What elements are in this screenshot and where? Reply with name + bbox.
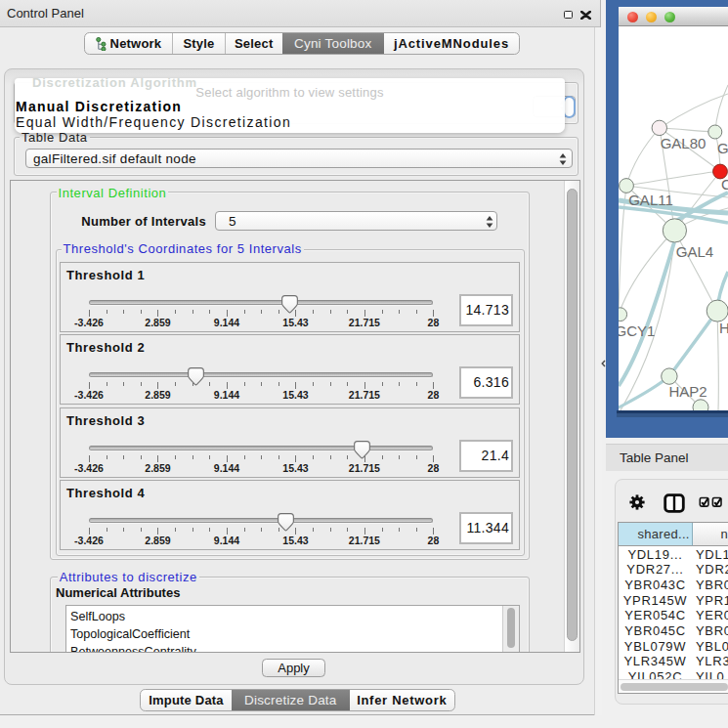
svg-text:H: H bbox=[719, 320, 728, 336]
svg-text:GCY1: GCY1 bbox=[619, 322, 655, 339]
svg-text:GAL11: GAL11 bbox=[628, 192, 673, 208]
svg-text:HAP2: HAP2 bbox=[668, 383, 707, 400]
svg-text:CR: CR bbox=[721, 176, 728, 193]
svg-text:GAL4: GAL4 bbox=[676, 243, 713, 260]
svg-text:GAL80: GAL80 bbox=[661, 135, 707, 151]
svg-text:GAL: GAL bbox=[717, 140, 728, 156]
